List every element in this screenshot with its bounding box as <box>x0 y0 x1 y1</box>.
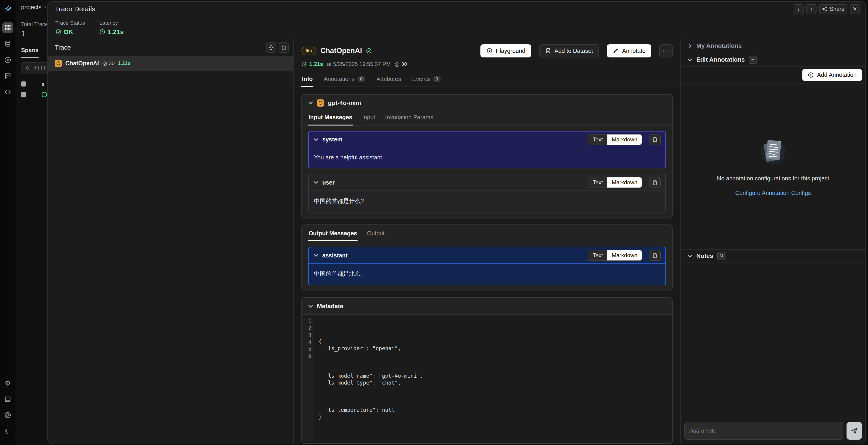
close-icon[interactable]: ✕ <box>850 4 860 14</box>
output-card-tabs: Output Messages Output <box>302 225 672 241</box>
tab-input[interactable]: Input <box>362 111 376 125</box>
token-count-icon: ◎ <box>102 60 107 66</box>
tab-output-messages[interactable]: Output Messages <box>308 227 358 242</box>
chevron-down-icon[interactable] <box>308 100 313 105</box>
playground-button[interactable]: Playground <box>480 44 531 58</box>
chevron-down-icon[interactable] <box>313 253 318 258</box>
add-annotation-button[interactable]: Add Annotation <box>802 69 862 81</box>
message-card-user: user Text Markdown <box>308 174 666 212</box>
tab-spans[interactable]: Spans <box>21 47 38 58</box>
share-icon <box>822 6 827 12</box>
projects-grid-icon[interactable] <box>2 22 13 33</box>
share-label: Share <box>830 6 844 12</box>
chevron-down-icon <box>687 253 692 259</box>
chevron-down-icon[interactable] <box>308 304 313 309</box>
message-role: assistant <box>322 252 348 259</box>
annotation-empty-state: No annotation configurations for this pr… <box>681 83 865 249</box>
next-trace-button[interactable]: ↑ <box>806 4 816 14</box>
modal-title: Trace Details <box>55 5 95 13</box>
prompts-chat-icon[interactable] <box>2 70 13 81</box>
tab-attributes[interactable]: Attributes <box>376 72 402 87</box>
app-root: ⚙ ☾ projects › Total Traces 1 Spans Trac… <box>0 0 868 445</box>
toggle-markdown[interactable]: Markdown <box>607 250 642 261</box>
copy-icon[interactable] <box>650 177 660 188</box>
tab-input-messages[interactable]: Input Messages <box>308 111 353 126</box>
chevron-down-icon[interactable] <box>313 180 318 185</box>
add-note-input[interactable] <box>684 422 843 440</box>
select-all-checkbox[interactable] <box>21 81 26 87</box>
copy-icon[interactable] <box>650 250 660 261</box>
status-column-header: s <box>41 81 44 87</box>
expand-collapse-icon[interactable] <box>266 42 276 53</box>
span-row-name: ChatOpenAI <box>65 60 99 67</box>
pencil-icon <box>613 48 619 54</box>
breadcrumb-projects[interactable]: projects <box>21 4 41 11</box>
text-markdown-toggle: Text Markdown <box>588 250 642 261</box>
tab-output[interactable]: Output <box>367 227 385 241</box>
model-name: gpt-4o-mini <box>328 99 361 107</box>
clock-icon <box>99 29 105 35</box>
row-status-ok-icon <box>41 92 47 97</box>
span-detail-panel: llm ChatOpenAI Playground Add to Data <box>294 39 680 444</box>
paper-plane-icon <box>851 427 858 434</box>
trace-tree-span-row[interactable]: ChatOpenAI ◎30 1.21s <box>48 56 293 71</box>
metadata-json-editor[interactable]: 12 34 56 { "ls_provider": "openai", "ls_… <box>302 314 672 443</box>
chevron-down-icon[interactable] <box>313 137 318 142</box>
stopwatch-icon[interactable] <box>279 42 289 53</box>
notes-section[interactable]: Notes N <box>681 249 865 263</box>
token-count-icon: ◎ <box>395 61 400 67</box>
docs-book-icon[interactable] <box>2 393 13 405</box>
model-card: gpt-4o-mini Input Messages Input Invocat… <box>302 94 672 218</box>
notes-title: Notes <box>696 252 713 260</box>
datasets-icon[interactable] <box>2 38 13 49</box>
annotations-count-badge: 0 <box>357 76 365 82</box>
playground-nav-icon[interactable] <box>2 54 13 65</box>
tab-annotations[interactable]: Annotations0 <box>323 72 366 87</box>
message-content: You are a helpful assistant. <box>309 148 666 168</box>
add-to-dataset-button[interactable]: Add to Dataset <box>539 44 599 58</box>
tab-invocation-params[interactable]: Invocation Params <box>384 111 434 125</box>
message-role: system <box>322 136 343 143</box>
span-kind-badge: llm <box>302 46 316 55</box>
metadata-json-code: { "ls_provider": "openai", "ls_model_nam… <box>314 318 423 441</box>
plus-circle-icon <box>808 72 814 78</box>
my-annotations-section[interactable]: My Annotations <box>681 39 865 53</box>
support-lifebuoy-icon[interactable] <box>2 410 13 421</box>
settings-gear-icon[interactable]: ⚙ <box>2 378 13 389</box>
phoenix-logo-icon[interactable] <box>3 3 13 13</box>
search-icon <box>25 66 30 71</box>
check-circle-icon <box>56 29 61 35</box>
span-info-content[interactable]: gpt-4o-mini Input Messages Input Invocat… <box>294 87 680 444</box>
trace-status-value: OK <box>64 28 73 36</box>
text-markdown-toggle: Text Markdown <box>588 134 642 145</box>
edit-shortcut-badge: E <box>749 56 757 64</box>
latency-label: Latency <box>99 20 124 26</box>
copy-icon[interactable] <box>650 134 660 145</box>
toggle-markdown[interactable]: Markdown <box>607 177 642 187</box>
previous-trace-button[interactable]: ↓ <box>794 4 804 14</box>
edit-annotations-section[interactable]: Edit Annotations E <box>681 53 865 67</box>
span-status-ok-icon <box>366 46 372 56</box>
send-note-button[interactable] <box>846 422 862 440</box>
tab-info[interactable]: Info <box>302 72 313 87</box>
more-actions-button[interactable]: ⋯ <box>659 44 673 58</box>
model-card-tabs: Input Messages Input Invocation Params <box>302 111 672 125</box>
theme-moon-icon[interactable]: ☾ <box>2 426 13 437</box>
message-content: 中国的首都是什么? <box>309 191 666 212</box>
message-content: 中国的首都是北京。 <box>309 264 666 285</box>
tab-events[interactable]: Events0 <box>412 72 441 87</box>
annotate-button[interactable]: Annotate <box>607 44 652 58</box>
span-latency: 1.21s <box>309 61 323 67</box>
trace-tree-panel: Trace ChatOpenAI ◎30 1.21s <box>48 39 294 444</box>
toggle-text[interactable]: Text <box>588 177 607 187</box>
text-markdown-toggle: Text Markdown <box>588 177 642 188</box>
toggle-text[interactable]: Text <box>588 250 607 261</box>
toggle-text[interactable]: Text <box>588 135 607 145</box>
llm-span-hexagon-icon <box>55 60 62 67</box>
row-checkbox[interactable] <box>21 92 26 97</box>
configure-annotation-configs-link[interactable]: Configure Annotation Configs <box>735 190 811 196</box>
share-button[interactable]: Share <box>819 4 847 14</box>
apis-code-icon[interactable] <box>2 86 13 97</box>
trace-details-modal: Trace Details ↓ ↑ Share ✕ Trace Status O… <box>47 1 866 444</box>
toggle-markdown[interactable]: Markdown <box>607 135 642 145</box>
